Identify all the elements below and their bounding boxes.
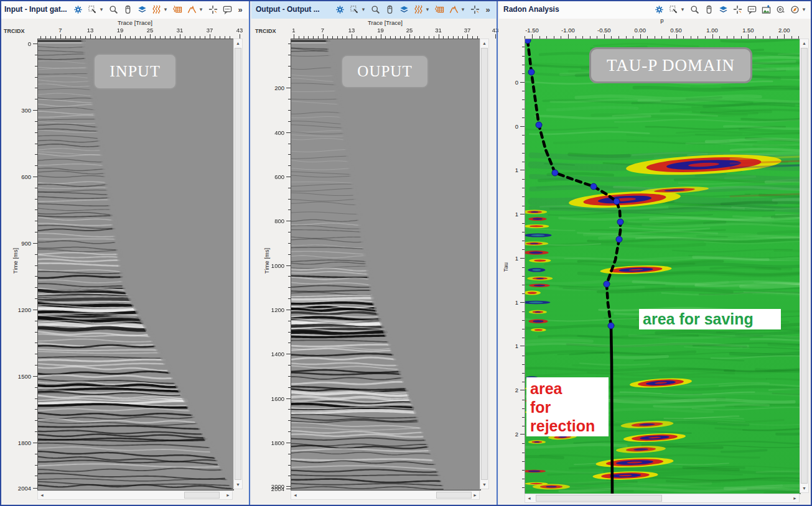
- input-seismic-view[interactable]: [37, 39, 234, 490]
- mouse-icon[interactable]: [704, 4, 714, 14]
- tick: [288, 66, 291, 67]
- vertical-scrollbar[interactable]: ▲ ▼: [233, 39, 243, 489]
- scroll-left-icon[interactable]: ◄: [38, 491, 46, 499]
- tick: [35, 476, 37, 476]
- caret-icon[interactable]: ▾: [680, 4, 685, 14]
- scroll-down-icon[interactable]: ▼: [234, 481, 242, 489]
- comment-icon[interactable]: [747, 4, 757, 14]
- caret-icon[interactable]: ▾: [99, 4, 104, 14]
- axis-tick-label: -1.00: [558, 27, 578, 34]
- tick: [633, 36, 633, 39]
- caret-icon[interactable]: ▾: [198, 4, 203, 14]
- tick: [477, 36, 478, 39]
- layers-icon[interactable]: [137, 4, 147, 14]
- crosshair-icon[interactable]: [470, 4, 480, 14]
- table-icon[interactable]: [434, 4, 444, 14]
- tick: [604, 34, 605, 39]
- scroll-left-icon[interactable]: ◄: [525, 494, 533, 502]
- caret-icon[interactable]: ▾: [801, 4, 806, 14]
- tick: [522, 267, 525, 268]
- tick: [286, 443, 291, 443]
- scrollbar-thumb[interactable]: [235, 48, 241, 480]
- caret-icon[interactable]: ▾: [460, 4, 465, 14]
- table-icon[interactable]: [172, 4, 182, 14]
- scroll-right-icon[interactable]: ►: [791, 494, 799, 502]
- scrollbar-thumb[interactable]: [481, 48, 488, 480]
- caret-icon[interactable]: ▾: [361, 4, 366, 14]
- gear-icon[interactable]: [654, 4, 664, 14]
- tick: [286, 354, 291, 354]
- zoom-icon[interactable]: [370, 4, 380, 14]
- tick: [520, 214, 525, 214]
- tick: [35, 209, 37, 210]
- scroll-left-icon[interactable]: ◄: [291, 491, 299, 499]
- select-icon[interactable]: [668, 4, 678, 14]
- axis-tick-label: 1: [499, 255, 518, 262]
- tick: [35, 409, 37, 410]
- scrollbar-thumb[interactable]: [436, 492, 472, 499]
- scroll-up-icon[interactable]: ▲: [234, 39, 242, 47]
- histogram-icon[interactable]: [449, 4, 459, 14]
- horizontal-scrollbar[interactable]: ◄ ►: [291, 490, 480, 500]
- gear-icon[interactable]: [335, 4, 345, 14]
- compass-icon[interactable]: [790, 4, 800, 14]
- scroll-right-icon[interactable]: ►: [471, 491, 479, 499]
- axis-tick-label: 1: [284, 27, 304, 34]
- vertical-scrollbar[interactable]: ▲ ▼: [800, 39, 809, 493]
- scrollbar-thumb[interactable]: [184, 492, 220, 499]
- overflow-icon[interactable]: »: [484, 4, 492, 14]
- caret-icon[interactable]: ▾: [425, 4, 430, 14]
- axis-tick-label: 600: [251, 173, 284, 180]
- tick: [80, 36, 81, 39]
- vertical-scrollbar[interactable]: ▲ ▼: [480, 39, 489, 489]
- tick: [170, 36, 170, 39]
- scrollbar-thumb[interactable]: [536, 495, 662, 502]
- tick: [33, 310, 37, 310]
- scroll-down-icon[interactable]: ▼: [800, 484, 808, 492]
- caret-icon[interactable]: ▾: [163, 4, 168, 14]
- axis-tick-label: 0: [0, 40, 31, 47]
- mouse-icon[interactable]: [123, 4, 133, 14]
- scroll-up-icon[interactable]: ▲: [800, 39, 808, 47]
- tick: [288, 454, 291, 454]
- tick: [784, 34, 785, 39]
- scroll-right-icon[interactable]: ►: [224, 491, 232, 499]
- tick: [95, 36, 96, 39]
- axis-tick-label: 2.00: [774, 27, 794, 34]
- horizontal-scrollbar[interactable]: ◄ ►: [525, 494, 800, 503]
- comment-icon[interactable]: [222, 4, 232, 14]
- scrollbar-thumb[interactable]: [801, 48, 808, 484]
- axis-tick-label: 1: [499, 167, 518, 173]
- histogram-icon[interactable]: [187, 4, 197, 14]
- scroll-up-icon[interactable]: ▲: [480, 39, 488, 47]
- tick: [520, 170, 525, 170]
- select-icon[interactable]: [87, 4, 97, 14]
- zoom-icon[interactable]: [689, 4, 699, 14]
- trace-axis-title: Trace [Trace]: [291, 19, 480, 26]
- gear-icon[interactable]: [73, 4, 83, 14]
- crosshair-icon[interactable]: [208, 4, 218, 14]
- axis-tick-label: 13: [342, 27, 362, 34]
- layers-icon[interactable]: [399, 4, 409, 14]
- output-seismic-view[interactable]: [291, 39, 481, 490]
- tick: [288, 387, 291, 388]
- wiggle-icon[interactable]: [413, 4, 423, 14]
- tick: [175, 36, 175, 39]
- tick: [522, 223, 525, 224]
- tick: [150, 34, 151, 39]
- crosshair-icon[interactable]: [732, 4, 742, 14]
- record-icon[interactable]: [775, 4, 785, 14]
- scroll-down-icon[interactable]: ▼: [480, 481, 488, 489]
- overflow-icon[interactable]: »: [236, 4, 244, 14]
- wiggle-icon[interactable]: [151, 4, 161, 14]
- select-icon[interactable]: [349, 4, 359, 14]
- mouse-icon[interactable]: [385, 4, 394, 14]
- tick: [522, 373, 525, 374]
- layers-icon[interactable]: [718, 4, 728, 14]
- tick: [35, 99, 37, 99]
- image-icon[interactable]: [761, 4, 771, 14]
- zoom-icon[interactable]: [108, 4, 118, 14]
- tick: [347, 36, 347, 39]
- horizontal-scrollbar[interactable]: ◄ ►: [37, 490, 233, 500]
- tick: [462, 36, 463, 39]
